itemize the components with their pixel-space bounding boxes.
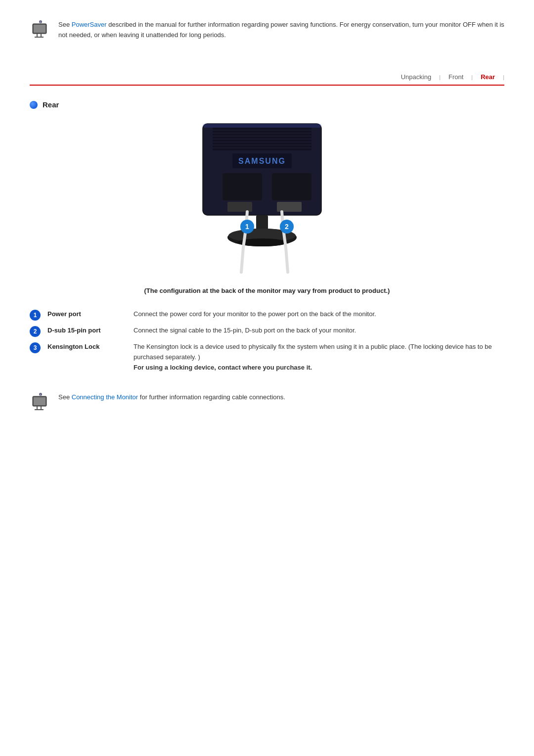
- component-badge-3: 3: [30, 342, 41, 353]
- component-list: 1 Power port Connect the power cord for …: [30, 309, 504, 373]
- top-note-text: See PowerSaver described in the manual f…: [58, 20, 504, 41]
- svg-text:2: 2: [285, 223, 289, 231]
- tab-rear[interactable]: Rear: [473, 71, 503, 83]
- nav-separator-3: |: [503, 74, 504, 80]
- svg-rect-10: [213, 134, 312, 136]
- component-item-1: 1 Power port Connect the power cord for …: [30, 309, 504, 321]
- svg-rect-9: [213, 131, 312, 133]
- bottom-note-text: See Connecting the Monitor for further i…: [58, 392, 285, 403]
- section-heading: Rear: [30, 100, 504, 109]
- svg-rect-15: [213, 148, 312, 150]
- svg-rect-19: [272, 173, 312, 200]
- bullet-icon: [30, 101, 38, 109]
- tab-unpacking[interactable]: Unpacking: [393, 71, 439, 83]
- svg-rect-2: [37, 34, 38, 37]
- svg-text:i: i: [40, 393, 41, 396]
- component-item-2: 2 D-sub 15-pin port Connect the signal c…: [30, 326, 504, 337]
- section-title: Rear: [43, 100, 59, 109]
- monitor-caption: (The configuration at the back of the mo…: [30, 287, 504, 294]
- svg-rect-35: [35, 409, 44, 410]
- svg-text:1: 1: [245, 223, 249, 231]
- powersaver-link[interactable]: PowerSaver: [72, 21, 107, 28]
- monitor-image: SAMSUNG 1 2: [183, 119, 351, 277]
- top-note-section: i See PowerSaver described in the manual…: [30, 20, 504, 42]
- svg-rect-4: [35, 37, 44, 38]
- svg-rect-33: [37, 406, 38, 409]
- svg-rect-20: [227, 202, 252, 212]
- svg-rect-11: [213, 137, 312, 139]
- tab-front[interactable]: Front: [441, 71, 471, 83]
- svg-rect-34: [41, 406, 42, 409]
- component-desc-1: Connect the power cord for your monitor …: [134, 309, 504, 320]
- bottom-note-icon: i: [30, 392, 51, 414]
- component-desc-3: The Kensington lock is a device used to …: [134, 342, 504, 373]
- svg-rect-32: [34, 397, 45, 405]
- component-name-2: D-sub 15-pin port: [47, 326, 127, 334]
- monitor-image-container: SAMSUNG 1 2: [30, 119, 504, 277]
- svg-rect-12: [213, 140, 312, 142]
- svg-text:SAMSUNG: SAMSUNG: [238, 157, 286, 165]
- svg-rect-14: [213, 145, 312, 147]
- component-item-3: 3 Kensington Lock The Kensington lock is…: [30, 342, 504, 373]
- bottom-note-section: i See Connecting the Monitor for further…: [30, 392, 504, 414]
- svg-text:i: i: [40, 21, 41, 24]
- connecting-monitor-link[interactable]: Connecting the Monitor: [72, 393, 138, 401]
- navigation-tabs: Unpacking | Front | Rear |: [30, 71, 504, 86]
- component-badge-2: 2: [30, 326, 41, 337]
- svg-rect-1: [34, 25, 45, 33]
- component-badge-1: 1: [30, 310, 41, 321]
- component-desc-2: Connect the signal cable to the 15-pin, …: [134, 326, 504, 336]
- svg-rect-3: [41, 34, 42, 37]
- svg-rect-13: [213, 142, 312, 144]
- svg-rect-18: [222, 173, 262, 200]
- component-desc-3-bold: For using a locking device, contact wher…: [134, 364, 312, 371]
- svg-rect-8: [213, 128, 312, 130]
- note-icon: i: [30, 20, 51, 42]
- svg-rect-22: [203, 124, 321, 128]
- component-name-3: Kensington Lock: [47, 342, 127, 350]
- svg-rect-21: [277, 202, 302, 212]
- component-name-1: Power port: [47, 309, 127, 318]
